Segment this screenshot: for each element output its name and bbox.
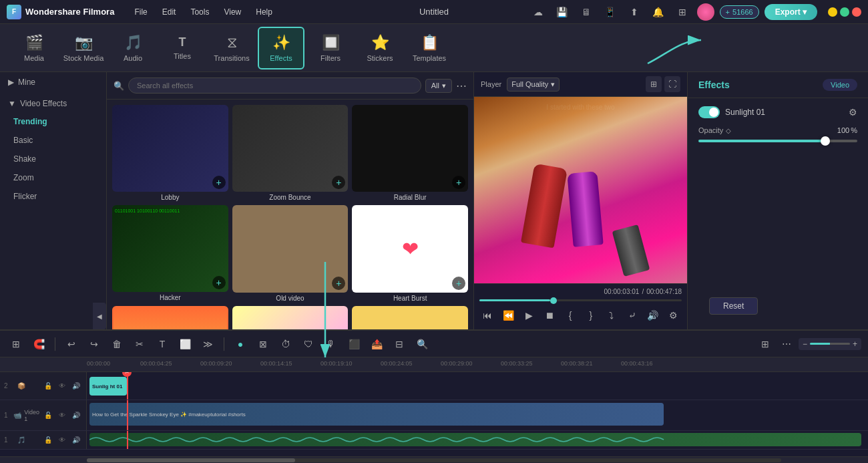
- filter-dropdown[interactable]: All ▾: [425, 79, 452, 93]
- effect-enable-toggle[interactable]: [698, 106, 720, 118]
- effect-settings-icon[interactable]: ⚙: [849, 107, 857, 118]
- subtitle-button[interactable]: ⬛: [345, 335, 363, 353]
- tool-stock[interactable]: 📷 Stock Media: [60, 27, 107, 69]
- track-1-volume[interactable]: 🔊: [70, 410, 82, 422]
- menu-tools[interactable]: Tools: [184, 5, 216, 19]
- effect-male-minion[interactable]: 👷 + Male Minion: [352, 306, 468, 330]
- frame-back-button[interactable]: ⏪: [500, 307, 517, 324]
- audio-volume[interactable]: 🔊: [70, 434, 82, 446]
- apps-icon[interactable]: ⊞: [673, 3, 692, 21]
- audio-lock[interactable]: 🔓: [42, 434, 54, 446]
- progress-bar[interactable]: [479, 299, 682, 301]
- video-effects-header[interactable]: ▼ Video Effects: [0, 95, 106, 112]
- compare-button[interactable]: ⊟: [390, 335, 409, 353]
- add-oldvideo-button[interactable]: +: [332, 277, 345, 290]
- stop-button[interactable]: ⏹: [541, 307, 558, 324]
- avatar[interactable]: [697, 3, 714, 21]
- cut-button[interactable]: ✂: [130, 335, 149, 353]
- tool-titles[interactable]: T Titles: [159, 27, 206, 69]
- timeline-more-button[interactable]: ⋯: [777, 335, 796, 353]
- track-2-volume[interactable]: 🔊: [70, 380, 82, 392]
- settings-button[interactable]: ⚙: [665, 307, 682, 324]
- redo-button[interactable]: ↪: [85, 335, 103, 353]
- effect-old-video[interactable]: + Old video: [232, 205, 349, 301]
- insert-button[interactable]: ⤵: [603, 307, 620, 324]
- menu-edit[interactable]: Edit: [156, 5, 183, 19]
- zoom-slider[interactable]: [810, 343, 850, 345]
- timeline-settings-button[interactable]: ⊞: [756, 335, 775, 353]
- effect-hacker[interactable]: 01101001 10100110 00110011 + Hacker: [112, 205, 228, 301]
- transition-add-button[interactable]: ⊠: [254, 335, 272, 353]
- sidebar-item-trending[interactable]: Trending: [0, 112, 106, 131]
- video-tab[interactable]: Video: [823, 79, 857, 91]
- mask-button[interactable]: 🛡: [299, 335, 318, 353]
- track-1-eye[interactable]: 👁: [56, 410, 68, 422]
- effect-lobby[interactable]: + Lobby: [112, 105, 228, 201]
- effect-zoom-bounce[interactable]: + Zoom Bounce: [232, 105, 349, 201]
- tool-templates[interactable]: 📋 Templates: [406, 27, 453, 69]
- mine-section-header[interactable]: ▶ Mine: [0, 72, 106, 92]
- reset-button[interactable]: Reset: [709, 297, 758, 315]
- effect-radial-blur[interactable]: + Radial Blur: [352, 105, 468, 201]
- upload-icon[interactable]: ⬆: [625, 3, 644, 21]
- menu-help[interactable]: Help: [249, 5, 279, 19]
- in-point-button[interactable]: {: [562, 307, 579, 324]
- grid-view-button[interactable]: ⊞: [646, 76, 662, 92]
- more-tools-button[interactable]: ≫: [198, 335, 217, 353]
- zoom-minus[interactable]: −: [803, 339, 807, 349]
- opacity-slider[interactable]: [698, 140, 857, 142]
- menu-file[interactable]: File: [128, 5, 154, 19]
- save-icon[interactable]: 💾: [553, 3, 572, 21]
- notification-icon[interactable]: 🔔: [649, 3, 668, 21]
- scroll-track[interactable]: [87, 458, 781, 462]
- group-button[interactable]: ⊞: [7, 335, 25, 353]
- fullscreen-button[interactable]: ⛶: [664, 76, 680, 92]
- scroll-thumb[interactable]: [87, 458, 295, 462]
- minimize-button[interactable]: [828, 7, 837, 17]
- play-button[interactable]: ▶: [521, 307, 537, 324]
- out-point-button[interactable]: }: [583, 307, 600, 324]
- export-button[interactable]: Export ▾: [765, 4, 817, 20]
- track-2-lock[interactable]: 🔓: [42, 380, 54, 392]
- search-input[interactable]: [128, 78, 421, 94]
- append-button[interactable]: ⤶: [624, 307, 640, 324]
- progress-thumb[interactable]: [550, 297, 557, 304]
- tool-media[interactable]: 🎬 Media: [11, 27, 57, 69]
- opacity-slider-thumb[interactable]: [821, 136, 830, 146]
- add-radial-button[interactable]: +: [452, 176, 465, 189]
- audio-button[interactable]: 🔊: [644, 307, 661, 324]
- zoom-out-button2[interactable]: 🔍: [413, 335, 431, 353]
- effect-flicker-jitter[interactable]: + Flicker Jitter 03: [232, 306, 349, 330]
- skip-back-button[interactable]: ⏮: [479, 307, 496, 324]
- add-heart-button[interactable]: +: [452, 277, 465, 290]
- video-clip[interactable]: How to Get the Sparkle Smokey Eye ✨ #mak…: [89, 403, 664, 426]
- menu-view[interactable]: View: [217, 5, 248, 19]
- tool-stickers[interactable]: ⭐ Stickers: [357, 27, 403, 69]
- tool-audio[interactable]: 🎵 Audio: [110, 27, 156, 69]
- credits-button[interactable]: + 51666: [720, 5, 759, 19]
- close-button[interactable]: [852, 7, 861, 17]
- collapse-panel-button[interactable]: ◀: [93, 303, 106, 329]
- effect-clip[interactable]: Sunlig ht 01: [89, 377, 127, 396]
- add-lobby-button[interactable]: +: [212, 176, 226, 189]
- cloud-icon[interactable]: ☁: [529, 3, 548, 21]
- sidebar-item-shake[interactable]: Shake: [0, 150, 106, 168]
- add-zoom-button[interactable]: +: [332, 176, 345, 189]
- speed-button[interactable]: ⏱: [276, 335, 295, 353]
- audio-record-button[interactable]: 🎙: [322, 335, 341, 353]
- sidebar-item-flicker[interactable]: Flicker: [0, 187, 106, 206]
- add-hacker-button[interactable]: +: [212, 276, 226, 289]
- sidebar-item-basic[interactable]: Basic: [0, 131, 106, 150]
- export-frame-button[interactable]: 📤: [367, 335, 386, 353]
- delete-button[interactable]: 🗑: [107, 335, 126, 353]
- tool-effects[interactable]: ✨ Effects: [258, 27, 304, 69]
- monitor-icon[interactable]: 🖥: [577, 3, 596, 21]
- crop-button[interactable]: ⬜: [176, 335, 194, 353]
- magnet-button[interactable]: 🧲: [29, 335, 48, 353]
- text-button[interactable]: T: [153, 335, 172, 353]
- maximize-button[interactable]: [840, 7, 849, 17]
- phone-icon[interactable]: 📱: [601, 3, 620, 21]
- tool-filters[interactable]: 🔲 Filters: [307, 27, 354, 69]
- undo-button[interactable]: ↩: [62, 335, 81, 353]
- zoom-plus[interactable]: +: [853, 339, 857, 349]
